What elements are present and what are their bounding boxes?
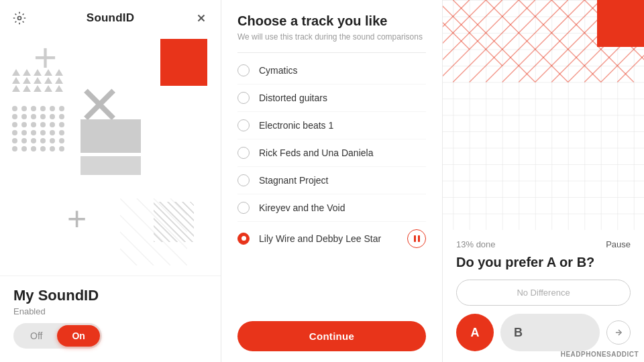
button-b[interactable]: B xyxy=(500,314,600,351)
middle-panel: Choose a track you like We will use this… xyxy=(221,0,443,362)
list-item[interactable]: Distorted guitars xyxy=(237,84,426,112)
svg-line-4 xyxy=(137,198,187,249)
svg-line-7 xyxy=(120,215,170,265)
gear-icon[interactable] xyxy=(12,11,27,25)
left-panel: SoundID + ✕ xyxy=(0,0,221,362)
left-header: SoundID xyxy=(0,0,221,32)
list-item[interactable]: Electronic beats 1 xyxy=(237,112,426,139)
close-icon[interactable] xyxy=(194,11,209,25)
radio-lily[interactable] xyxy=(237,233,250,245)
pause-button[interactable]: Pause xyxy=(606,239,631,249)
enabled-label: Enabled xyxy=(13,306,207,316)
button-a[interactable]: A xyxy=(456,314,494,351)
app-title: SoundID xyxy=(87,11,134,25)
radio-distorted[interactable] xyxy=(237,92,250,104)
grid-area xyxy=(443,0,644,230)
decorative-plus-bottom: + xyxy=(67,202,87,235)
list-item[interactable]: Lily Wire and Debby Lee Star xyxy=(237,222,426,255)
track-name: Rick Feds and Una Daniela xyxy=(259,147,426,158)
track-list: Cymatics Distorted guitars Electronic be… xyxy=(237,57,426,313)
list-item[interactable]: Rick Feds and Una Daniela xyxy=(237,139,426,167)
arrow-button[interactable] xyxy=(606,320,631,345)
progress-text: 13% done xyxy=(456,239,496,249)
right-bottom-section: 13% done Pause Do you prefer A or B? No … xyxy=(443,230,644,362)
track-name: Lily Wire and Debby Lee Star xyxy=(259,233,407,244)
radio-cymatics[interactable] xyxy=(237,64,250,76)
shapes-area: + ✕ + xyxy=(0,32,221,276)
my-soundid-label: My SoundID xyxy=(13,287,207,304)
svg-line-3 xyxy=(120,198,187,265)
radio-kireyev[interactable] xyxy=(237,202,250,214)
watermark: HEADPHONESADDICT xyxy=(561,351,639,358)
choose-track-subtitle: We will use this track during the sound … xyxy=(237,32,426,43)
radio-stagnant[interactable] xyxy=(237,174,250,186)
question-label: Do you prefer A or B? xyxy=(456,255,631,270)
ab-row: A B xyxy=(456,314,631,351)
no-difference-button[interactable]: No Difference xyxy=(456,280,631,306)
decorative-gray-rect1 xyxy=(80,119,141,153)
track-name: Cymatics xyxy=(259,65,426,76)
track-name: Stagnant Project xyxy=(259,175,426,186)
decorative-gray-rect2 xyxy=(80,156,141,175)
svg-line-9 xyxy=(120,249,137,265)
divider xyxy=(237,52,426,53)
decorative-dot-grid xyxy=(12,106,66,152)
svg-line-8 xyxy=(120,232,154,265)
decorative-x-lines xyxy=(120,198,187,265)
choose-track-title: Choose a track you like xyxy=(237,13,426,29)
soundid-toggle[interactable]: Off On xyxy=(13,323,102,349)
track-name: Kireyev and the Void xyxy=(259,202,426,213)
decorative-red-corner xyxy=(597,0,644,47)
left-bottom: My SoundID Enabled Off On xyxy=(0,276,221,362)
track-name: Electronic beats 1 xyxy=(259,120,426,131)
toggle-off-label: Off xyxy=(15,325,57,347)
toggle-on-label: On xyxy=(57,325,99,347)
svg-line-5 xyxy=(154,198,187,232)
progress-row: 13% done Pause xyxy=(456,239,631,249)
radio-rickfeds[interactable] xyxy=(237,147,250,159)
list-item[interactable]: Cymatics xyxy=(237,57,426,84)
svg-line-6 xyxy=(170,198,187,215)
radio-electronic[interactable] xyxy=(237,119,250,131)
decorative-triangles xyxy=(12,69,64,92)
continue-button[interactable]: Continue xyxy=(237,321,426,351)
right-panel: 13% done Pause Do you prefer A or B? No … xyxy=(443,0,644,362)
list-item[interactable]: Stagnant Project xyxy=(237,167,426,194)
track-name: Distorted guitars xyxy=(259,93,426,103)
svg-point-0 xyxy=(18,17,21,20)
pause-icon[interactable] xyxy=(407,229,426,248)
list-item[interactable]: Kireyev and the Void xyxy=(237,194,426,222)
decorative-red-square xyxy=(160,39,207,86)
button-b-label: B xyxy=(514,326,523,340)
